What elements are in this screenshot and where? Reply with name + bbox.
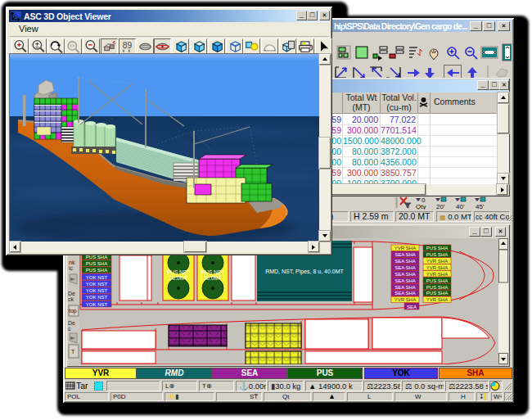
svg-text:SEA SHA: SEA SHA (394, 272, 416, 277)
svg-text:ic: ic (69, 265, 74, 271)
svg-text:YVR SHA: YVR SHA (426, 272, 448, 277)
svg-text:YOK NST: YOK NST (86, 302, 108, 307)
svg-text:Qty: Qty (416, 203, 426, 210)
svg-text:45': 45' (476, 203, 485, 210)
svg-text:top: top (69, 308, 77, 314)
svg-text:SEA SHA: SEA SHA (394, 291, 416, 296)
svg-text:ck: ck (68, 296, 74, 302)
svg-text:SEA SHA: SEA SHA (394, 252, 416, 257)
svg-text:YVR SHA: YVR SHA (394, 246, 416, 251)
svg-text:40': 40' (456, 203, 465, 210)
svg-text:YVR SHA: YVR SHA (426, 265, 448, 270)
svg-text:20.0MT: 20.0MT (169, 275, 187, 281)
svg-text:YOK NST: YOK NST (86, 275, 108, 280)
svg-text:YOK NST: YOK NST (86, 295, 108, 300)
svg-text:SEA SHA: SEA SHA (394, 259, 416, 264)
svg-text:RMD, NST, Pipes, 8 u, 40.0: RMD, NST, Pipes, 8 u, 40.0MT (265, 269, 344, 275)
svg-text:PUS SHA: PUS SHA (86, 268, 107, 273)
svg-text:YVR SHA: YVR SHA (426, 297, 448, 302)
svg-text:YOK NST: YOK NST (86, 288, 108, 293)
svg-text:SEA: SEA (407, 305, 417, 309)
svg-text:c: c (68, 326, 71, 332)
svg-text:PUS SHA: PUS SHA (426, 278, 448, 283)
svg-text:20': 20' (436, 203, 445, 210)
svg-text:SEA SHA: SEA SHA (394, 278, 416, 283)
svg-text:T: T (71, 349, 75, 355)
svg-text:nk: nk (69, 260, 75, 265)
svg-text:SEA SHA: SEA SHA (394, 265, 416, 270)
svg-text:PUS SHA: PUS SHA (426, 285, 448, 290)
svg-text:SEA SHA: SEA SHA (394, 285, 416, 290)
svg-text:YVR SHA: YVR SHA (426, 259, 448, 264)
svg-text:PUS SHA: PUS SHA (426, 246, 448, 251)
svg-text:3D: 3D (15, 11, 21, 17)
svg-text:PUS NST: PUS NST (201, 269, 224, 275)
svg-text:PUS SHA: PUS SHA (426, 291, 448, 296)
svg-text:20.0MT: 20.0MT (204, 275, 222, 281)
svg-text:89: 89 (123, 41, 133, 50)
svg-text:PUS SHA: PUS SHA (426, 252, 448, 257)
svg-text:YOK NST: YOK NST (86, 282, 108, 287)
svg-text:De: De (68, 291, 75, 296)
svg-text:De: De (68, 320, 75, 326)
svg-text:YVR SHA: YVR SHA (394, 297, 416, 302)
svg-text:PUS NST: PUS NST (167, 269, 190, 275)
svg-text:PUS SHA: PUS SHA (86, 261, 107, 266)
